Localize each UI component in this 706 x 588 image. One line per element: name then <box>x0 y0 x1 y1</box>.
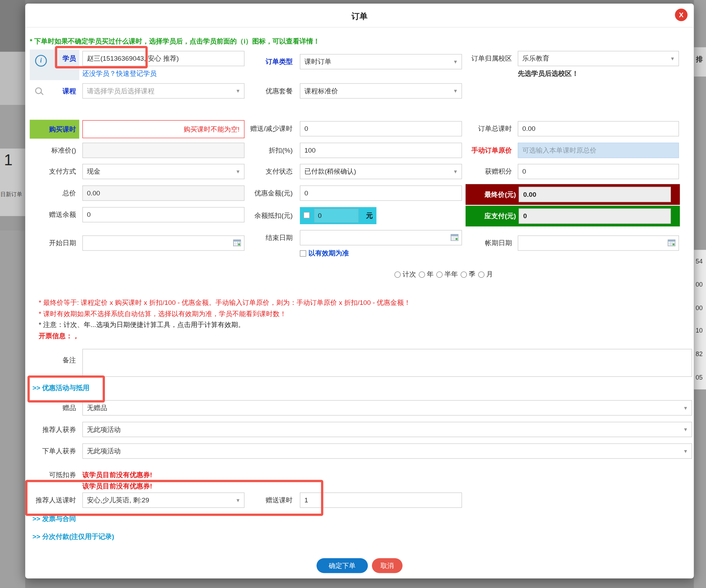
student-label: 学员 <box>25 51 79 66</box>
background-left-bar <box>0 216 25 230</box>
campus-hint: 先选学员后选校区！ <box>518 69 579 78</box>
background-caption: 日新订单 <box>0 191 22 199</box>
background-right-strip: 排 54 00 00 10 82 05 <box>694 0 706 588</box>
chevron-down-icon: ▼ <box>453 84 458 98</box>
background-cell: 00 <box>695 281 702 288</box>
radio-year[interactable] <box>419 271 425 278</box>
balance-deduct-checkbox[interactable] <box>304 212 310 218</box>
referrer-gift-hours-label: 推荐人送课时 <box>25 493 79 508</box>
deductible-coupon-label: 可抵扣券 <box>25 467 79 483</box>
background-col-header: 排 <box>696 55 703 64</box>
discount-label: 折扣(%) <box>205 143 296 158</box>
top-instruction: * 下单时如果不确定学员买过什么课时，选择学员后，点击学员前面的（i）图标，可以… <box>30 38 320 46</box>
orderer-coupon-select[interactable]: 无此项活动 ▼ <box>82 443 692 459</box>
radio-label: 计次 <box>402 270 416 279</box>
validity-label[interactable]: 以有效期为准 <box>308 249 349 257</box>
background-count: 1 <box>4 151 13 169</box>
gift-item-select[interactable]: 无赠品 ▼ <box>82 400 692 416</box>
package-select[interactable]: 课程标准价 ▼ <box>300 83 462 99</box>
radio-halfyear[interactable] <box>436 271 442 278</box>
chevron-down-icon: ▼ <box>683 444 688 458</box>
quick-register-link[interactable]: 还没学员？快速登记学员 <box>82 69 157 78</box>
cancel-button[interactable]: 取消 <box>372 558 402 573</box>
final-price-input: 0.00 <box>519 187 671 202</box>
buy-hours-label: 购买课时 <box>49 120 76 139</box>
radio-label: 月 <box>486 270 493 279</box>
no-coupon-message: 该学员目前没有优惠券! <box>82 482 152 490</box>
background-cell: 54 <box>695 258 702 265</box>
campus-select[interactable]: 乐乐教育 ▼ <box>518 51 679 66</box>
background-cell: 00 <box>695 304 702 312</box>
standard-price-label: 标准价() <box>25 143 79 158</box>
order-total-hours-input[interactable]: 0.00 <box>518 121 679 136</box>
order-dialog: 订单 X * 下单时如果不确定学员买过什么课时，选择学员后，点击学员前面的（i）… <box>25 4 694 579</box>
background-left-strip: 1 日新订单 <box>0 0 25 588</box>
points-label: 获赠积分 <box>433 164 515 179</box>
gift-balance-label: 赠送余额 <box>25 207 79 222</box>
manual-price-label: 手动订单原价 <box>433 143 515 158</box>
dialog-actions: 确定下单 取消 <box>25 558 694 573</box>
radio-season[interactable] <box>461 271 467 278</box>
payable-input: 0 <box>519 208 671 224</box>
course-label: 课程 <box>25 83 79 99</box>
package-label: 优惠套餐 <box>237 83 296 99</box>
balance-deduct-unit: 元 <box>366 207 373 224</box>
submit-order-button[interactable]: 确定下单 <box>317 558 368 573</box>
student-input[interactable]: 赵三(15136369043, 安心 推荐) <box>82 51 245 66</box>
gift-item-label: 赠品 <box>25 400 79 416</box>
note-line: * 注意：计次、年...选项为日期便捷计算工具，点击用于计算有效期。 <box>39 321 245 329</box>
payable-label: 应支付(元) <box>466 206 516 226</box>
background-left-band <box>0 52 25 105</box>
radio-label: 半年 <box>444 270 458 279</box>
period-radio-group: 计次 年 半年 季 月 <box>394 270 496 279</box>
installment-link[interactable]: >> 分次付款(注仅用于记录) <box>32 533 114 541</box>
promo-section-link[interactable]: >> 优惠活动与抵用 <box>32 384 89 393</box>
final-price-block: 最终价(元) 0.00 <box>466 184 680 205</box>
referrer-coupon-label: 推荐人获券 <box>25 422 79 437</box>
background-right-table <box>694 250 706 389</box>
radio-month[interactable] <box>478 271 485 278</box>
gift-hours-label: 赠送课时 <box>205 493 296 508</box>
discount-amount-input[interactable]: 0 <box>300 186 462 201</box>
discount-amount-label: 优惠金额(元) <box>205 186 296 201</box>
background-cell: 05 <box>695 374 702 381</box>
note-line: * 课时有效期如果不选择系统自动估算，选择以有效期为准，学员不能看到课时数！ <box>39 310 286 318</box>
payable-block: 应支付(元) 0 <box>466 206 680 226</box>
screen: 1 日新订单 排 54 00 00 10 82 05 订单 X * 下单时如果不… <box>0 0 706 588</box>
validity-checkbox[interactable] <box>300 250 306 256</box>
course-select[interactable]: 请选择学员后选择课程 ▼ <box>82 83 245 99</box>
order-type-label: 订单类型 <box>237 54 296 69</box>
no-coupon-message: 该学员目前没有优惠券! <box>82 471 152 479</box>
campus-label: 订单归属校区 <box>433 51 515 66</box>
final-price-label: 最终价(元) <box>466 184 516 205</box>
dialog-title: 订单 <box>25 11 694 22</box>
remark-textarea[interactable] <box>82 349 692 377</box>
remark-label: 备注 <box>25 353 79 368</box>
calendar-icon[interactable] <box>668 240 675 246</box>
referrer-coupon-select[interactable]: 无此项活动 ▼ <box>82 422 692 437</box>
order-total-hours-label: 订单总课时 <box>433 121 515 136</box>
points-input[interactable]: 0 <box>518 164 679 179</box>
balance-deduct-input[interactable]: 0 <box>314 209 359 222</box>
balance-deduct-label: 余额抵扣(元) <box>205 208 296 223</box>
chevron-down-icon: ▼ <box>683 401 688 415</box>
background-left-header <box>0 0 25 52</box>
manual-price-input[interactable]: 可选输入本单课时原总价 <box>518 143 679 158</box>
pay-method-label: 支付方式 <box>25 164 79 179</box>
radio-jici[interactable] <box>394 271 401 278</box>
invoice-info: 开票信息：， <box>39 332 79 340</box>
balance-deduct-block: 0 元 <box>300 207 377 224</box>
background-cell: 10 <box>695 327 702 334</box>
buy-hours-highlight: 购买课时 <box>30 120 79 139</box>
note-line: * 最终价等于: 课程定价 x 购买课时 x 折扣/100 - 优惠金额。手动输… <box>39 299 411 307</box>
close-icon[interactable]: X <box>675 8 687 21</box>
radio-label: 年 <box>427 270 433 279</box>
account-date-input[interactable] <box>518 235 679 251</box>
end-date-label: 结束日期 <box>205 230 296 246</box>
gift-hours-input[interactable]: 1 <box>300 493 462 508</box>
start-date-label: 开始日期 <box>25 235 79 251</box>
radio-label: 季 <box>469 270 475 279</box>
background-cell: 82 <box>695 350 702 358</box>
invoice-contract-link[interactable]: >> 发票与合同 <box>32 515 76 523</box>
orderer-coupon-label: 下单人获券 <box>25 443 79 459</box>
